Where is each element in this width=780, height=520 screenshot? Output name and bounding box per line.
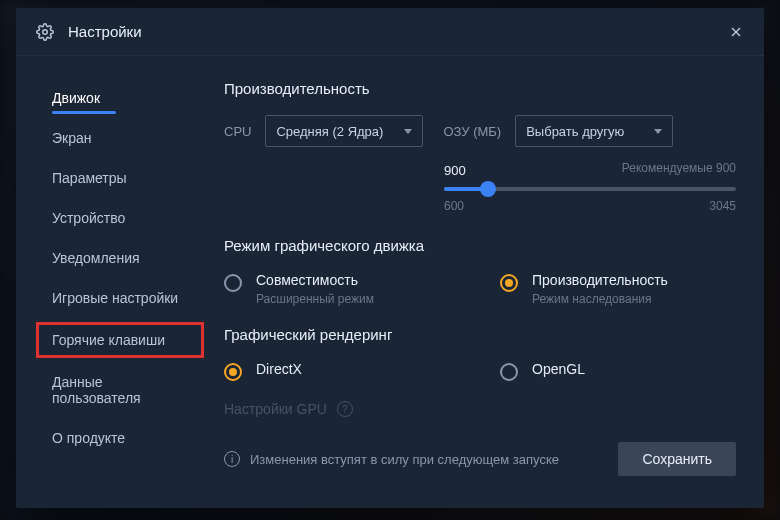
radio-icon — [500, 274, 518, 292]
slider-min: 600 — [444, 199, 464, 213]
cpu-dropdown[interactable]: Средняя (2 Ядра) — [265, 115, 423, 147]
radio-label: Производительность — [532, 272, 668, 288]
gear-icon — [36, 23, 54, 41]
sidebar-item-label: Экран — [52, 130, 92, 146]
radio-opengl[interactable]: OpenGL — [500, 361, 736, 381]
slider-track[interactable] — [444, 187, 736, 191]
radio-sublabel: Режим наследования — [532, 292, 668, 306]
ram-label: ОЗУ (МБ) — [443, 124, 501, 139]
sidebar-item-hotkeys[interactable]: Горячие клавиши — [36, 322, 204, 358]
cpu-ram-row: CPU Средняя (2 Ядра) ОЗУ (МБ) Выбрать др… — [224, 115, 736, 147]
modal-body: Движок Экран Параметры Устройство Уведом… — [16, 56, 764, 508]
sidebar-item-screen[interactable]: Экран — [16, 120, 216, 156]
sidebar-item-notifications[interactable]: Уведомления — [16, 240, 216, 276]
ram-slider: 900 Рекомендуемые 900 600 3045 — [444, 161, 736, 213]
slider-recommended: Рекомендуемые 900 — [622, 161, 736, 175]
settings-modal: Настройки Движок Экран Параметры Устройс… — [16, 8, 764, 508]
slider-max: 3045 — [709, 199, 736, 213]
info-icon: i — [224, 451, 240, 467]
engine-mode-options: Совместимость Расширенный режим Производ… — [224, 272, 736, 306]
section-performance-title: Производительность — [224, 80, 736, 97]
sidebar: Движок Экран Параметры Устройство Уведом… — [16, 56, 216, 508]
sidebar-item-device[interactable]: Устройство — [16, 200, 216, 236]
sidebar-item-label: Устройство — [52, 210, 125, 226]
radio-performance[interactable]: Производительность Режим наследования — [500, 272, 736, 306]
dropdown-value: Выбрать другую — [526, 124, 624, 139]
cpu-label: CPU — [224, 124, 251, 139]
slider-thumb[interactable] — [480, 181, 496, 197]
titlebar: Настройки — [16, 8, 764, 56]
sidebar-item-label: О продукте — [52, 430, 125, 446]
footer-notice: Изменения вступят в силу при следующем з… — [250, 452, 608, 467]
slider-value: 900 — [444, 163, 466, 178]
section-rendering-title: Графический рендеринг — [224, 326, 736, 343]
sidebar-item-about[interactable]: О продукте — [16, 420, 216, 456]
help-icon[interactable]: ? — [337, 401, 353, 417]
sidebar-item-label: Данные пользователя — [52, 374, 141, 406]
sidebar-item-label: Движок — [52, 90, 100, 106]
sidebar-item-label: Параметры — [52, 170, 127, 186]
sidebar-item-params[interactable]: Параметры — [16, 160, 216, 196]
sidebar-item-label: Горячие клавиши — [52, 332, 165, 348]
radio-label: Совместимость — [256, 272, 374, 288]
radio-label: OpenGL — [532, 361, 585, 377]
sidebar-item-engine[interactable]: Движок — [16, 80, 216, 116]
sidebar-item-game-settings[interactable]: Игровые настройки — [16, 280, 216, 316]
radio-icon — [224, 274, 242, 292]
save-button[interactable]: Сохранить — [618, 442, 736, 476]
close-icon[interactable] — [728, 24, 744, 40]
dropdown-value: Средняя (2 Ядра) — [276, 124, 383, 139]
footer: i Изменения вступят в силу при следующем… — [224, 427, 736, 494]
svg-point-0 — [43, 29, 48, 34]
chevron-down-icon — [654, 129, 662, 134]
chevron-down-icon — [404, 129, 412, 134]
radio-icon — [500, 363, 518, 381]
gpu-label: Настройки GPU — [224, 401, 327, 417]
sidebar-item-label: Уведомления — [52, 250, 140, 266]
radio-icon — [224, 363, 242, 381]
rendering-options: DirectX OpenGL — [224, 361, 736, 381]
sidebar-item-label: Игровые настройки — [52, 290, 178, 306]
content-panel: Производительность CPU Средняя (2 Ядра) … — [216, 56, 764, 508]
gpu-settings-row: Настройки GPU ? — [224, 401, 736, 417]
radio-label: DirectX — [256, 361, 302, 377]
slider-range-labels: 600 3045 — [444, 199, 736, 213]
sidebar-item-userdata[interactable]: Данные пользователя — [16, 364, 216, 416]
radio-directx[interactable]: DirectX — [224, 361, 460, 381]
section-engine-mode-title: Режим графического движка — [224, 237, 736, 254]
modal-title: Настройки — [68, 23, 728, 40]
radio-sublabel: Расширенный режим — [256, 292, 374, 306]
radio-compatibility[interactable]: Совместимость Расширенный режим — [224, 272, 460, 306]
ram-dropdown[interactable]: Выбрать другую — [515, 115, 673, 147]
